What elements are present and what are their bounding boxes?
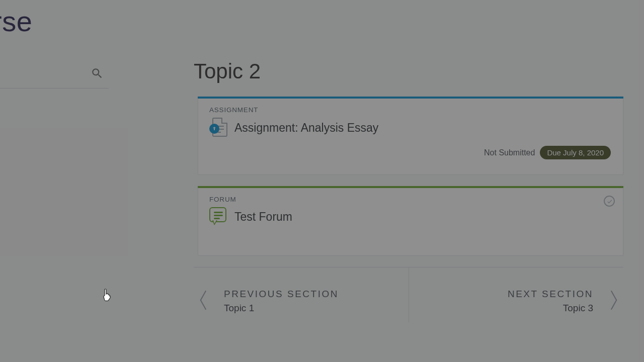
activity-title: Assignment: Analysis Essay <box>234 121 378 135</box>
activity-card-assignment[interactable]: ASSIGNMENT Assignment: Analysis Essay No… <box>198 97 623 175</box>
next-section-topic: Topic 3 <box>563 303 593 314</box>
section-nav: PREVIOUS SECTION Topic 1 NEXT SECTION To… <box>194 267 623 322</box>
forum-icon <box>209 207 227 226</box>
due-date-pill: Due July 8, 2020 <box>540 146 611 159</box>
pointer-cursor-icon <box>102 288 112 302</box>
activity-card-forum[interactable]: FORUM Test Forum <box>198 186 623 256</box>
prev-section-link[interactable]: PREVIOUS SECTION Topic 1 <box>194 267 409 322</box>
topic-title: Topic 2 <box>194 59 623 83</box>
next-section-eyebrow: NEXT SECTION <box>508 289 593 300</box>
chevron-left-icon <box>197 289 210 314</box>
activity-type-label: FORUM <box>209 196 612 203</box>
completion-check-icon[interactable] <box>604 196 615 207</box>
card-accent-bar <box>198 97 623 99</box>
assignment-upload-icon <box>209 118 227 138</box>
search-row <box>0 60 109 88</box>
activity-type-label: ASSIGNMENT <box>209 106 612 114</box>
card-accent-bar <box>198 186 623 188</box>
submission-status: Not Submitted <box>484 148 535 157</box>
prev-section-eyebrow: PREVIOUS SECTION <box>224 289 339 300</box>
activity-title: Test Forum <box>234 210 292 224</box>
sidebar <box>0 60 109 88</box>
search-icon[interactable] <box>91 67 104 82</box>
main-content: Topic 2 ASSIGNMENT Assignment: Analysis … <box>194 59 623 322</box>
next-section-link[interactable]: NEXT SECTION Topic 3 <box>409 267 624 322</box>
chevron-right-icon <box>607 289 620 314</box>
prev-section-topic: Topic 1 <box>224 303 339 314</box>
course-title: Test Course <box>0 5 32 38</box>
